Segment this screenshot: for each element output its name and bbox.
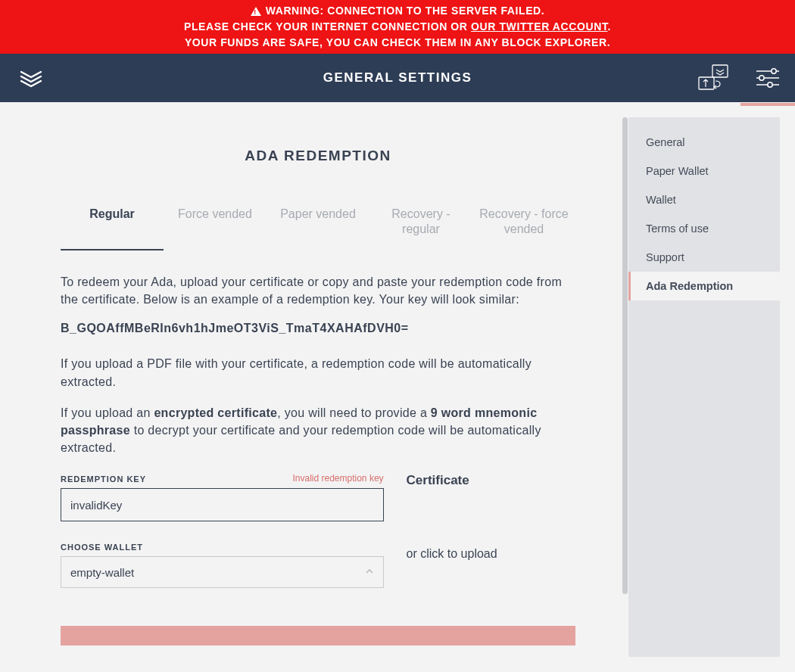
warning-line-1: WARNING: CONNECTION TO THE SERVER FAILED… — [266, 3, 545, 19]
svg-point-7 — [768, 82, 772, 87]
scrollbar-thumb[interactable] — [622, 117, 628, 594]
app-header: GENERAL SETTINGS — [0, 54, 795, 102]
warning-line-3: YOUR FUNDS ARE SAFE, YOU CAN CHECK THEM … — [15, 35, 780, 51]
choose-wallet-label: CHOOSE WALLET — [61, 543, 384, 552]
svg-rect-1 — [699, 77, 714, 89]
connection-warning-banner: WARNING: CONNECTION TO THE SERVER FAILED… — [0, 0, 795, 54]
settings-sidebar: General Paper Wallet Wallet Terms of use… — [628, 117, 780, 657]
certificate-subtitle: or click to upload — [407, 547, 575, 561]
submit-button[interactable] — [61, 626, 575, 646]
sidebar-item-wallet[interactable]: Wallet — [628, 185, 780, 214]
app-logo-icon[interactable] — [18, 66, 44, 92]
main-content: ADA REDEMPTION Regular Force vended Pape… — [15, 117, 621, 657]
tab-regular[interactable]: Regular — [61, 202, 164, 250]
svg-point-5 — [759, 76, 764, 80]
warning-line-2-suffix: . — [607, 20, 611, 33]
intro-paragraph-1: To redeem your Ada, upload your certific… — [61, 273, 575, 308]
certificate-upload-zone[interactable]: Certificate or click to upload — [407, 473, 575, 588]
transactions-icon[interactable] — [686, 54, 740, 102]
tab-paper-vended[interactable]: Paper vended — [267, 202, 369, 250]
warning-icon — [251, 7, 261, 16]
intro-paragraph-3: If you upload an encrypted certificate, … — [61, 404, 575, 457]
sidebar-item-terms[interactable]: Terms of use — [628, 214, 780, 243]
redemption-key-label: REDEMPTION KEY — [61, 474, 146, 484]
sidebar-item-paper-wallet[interactable]: Paper Wallet — [628, 157, 780, 185]
sidebar-item-general[interactable]: General — [628, 128, 780, 157]
page-title: GENERAL SETTINGS — [0, 70, 795, 86]
svg-point-3 — [772, 69, 776, 73]
warning-line-2-prefix: PLEASE CHECK YOUR INTERNET CONNECTION OR — [184, 20, 471, 33]
certificate-title: Certificate — [407, 473, 575, 488]
choose-wallet-value: empty-wallet — [70, 566, 134, 579]
sidebar-item-support[interactable]: Support — [628, 243, 780, 272]
sidebar-item-ada-redemption[interactable]: Ada Redemption — [628, 272, 780, 300]
example-key: B_GQOAffMBeRIn6vh1hJmeOT3ViS_TmaT4XAHAfD… — [61, 322, 575, 335]
tab-recovery-regular[interactable]: Recovery - regular — [369, 202, 472, 250]
section-heading: ADA REDEMPTION — [61, 148, 575, 164]
tab-recovery-force-vended[interactable]: Recovery - force vended — [472, 202, 575, 250]
redemption-key-error: Invalid redemption key — [292, 473, 383, 484]
redemption-key-input[interactable] — [61, 488, 384, 521]
settings-icon[interactable] — [740, 54, 795, 102]
redemption-tabs: Regular Force vended Paper vended Recove… — [61, 202, 575, 250]
tab-force-vended[interactable]: Force vended — [164, 202, 267, 250]
intro-paragraph-2: If you upload a PDF file with your certi… — [61, 355, 575, 390]
scrollbar[interactable] — [622, 117, 628, 657]
twitter-link[interactable]: OUR TWITTER ACCOUNT — [471, 20, 607, 33]
choose-wallet-select[interactable]: empty-wallet — [61, 556, 384, 588]
chevron-up-icon — [365, 566, 374, 578]
